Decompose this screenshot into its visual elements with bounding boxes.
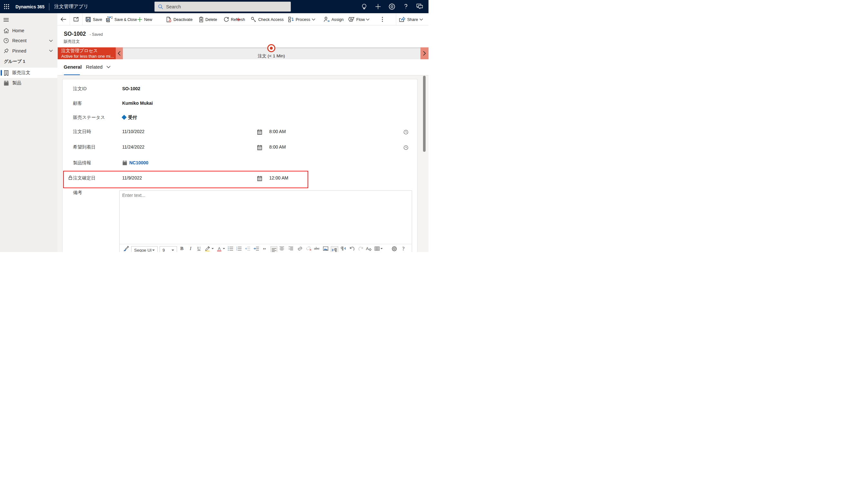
italic-button[interactable]: I — [187, 245, 195, 252]
field-value[interactable]: 11/10/2022 — [122, 129, 145, 134]
clock-icon[interactable] — [404, 130, 408, 134]
bold-button[interactable]: B — [178, 245, 186, 252]
bpf-expand-button[interactable] — [420, 47, 429, 59]
clock-icon[interactable] — [404, 145, 408, 150]
command-label: Save — [93, 17, 102, 22]
sidebar-item-home[interactable]: Home — [0, 25, 57, 36]
help-icon[interactable] — [399, 0, 413, 13]
sidebar-item-product[interactable]: 製品 — [0, 78, 57, 88]
sidebar-item-recent[interactable]: Recent — [0, 36, 57, 46]
editor-help-button[interactable]: ? — [400, 245, 407, 252]
new-button[interactable]: New — [135, 13, 155, 25]
insert-link-button[interactable] — [296, 245, 304, 252]
chevron-left-icon — [118, 51, 121, 56]
sidebar-item-label: 製品 — [12, 80, 21, 86]
waffle-menu-icon[interactable] — [0, 0, 13, 13]
feedback-icon[interactable] — [413, 0, 426, 13]
assign-button[interactable]: Assign — [321, 13, 347, 25]
lightbulb-icon[interactable] — [357, 0, 371, 13]
field-value[interactable]: SO-1002 — [122, 86, 140, 91]
chevron-down-icon[interactable] — [49, 50, 53, 52]
sidebar-nav: Home Recent — [0, 25, 57, 88]
align-left-button[interactable] — [270, 246, 277, 252]
font-name-select[interactable]: Segoe UI — [131, 246, 158, 252]
bpf-collapse-button[interactable] — [116, 47, 123, 59]
unlink-icon — [306, 246, 312, 251]
highlight-color-button[interactable] — [204, 245, 215, 252]
blockquote-button[interactable]: ” — [261, 245, 268, 252]
bullet-list-button[interactable] — [227, 245, 234, 252]
remove-link-button[interactable] — [305, 245, 313, 252]
editor-settings-button[interactable] — [390, 245, 398, 252]
sidebar-item-sales-order[interactable]: 販売注文 — [0, 68, 57, 78]
increase-indent-button[interactable] — [252, 245, 260, 252]
bpf-stage-marker[interactable] — [267, 44, 275, 52]
field-label: 製品情報 — [73, 160, 91, 166]
rtl-paragraph-icon — [341, 246, 346, 251]
align-center-button[interactable] — [278, 245, 286, 252]
field-value[interactable]: Kumiko Mukai — [122, 101, 153, 106]
gear-icon[interactable] — [385, 0, 399, 13]
bpf-stage-header[interactable]: 注文管理プロセス Active for less than one mi... — [58, 47, 116, 59]
font-size-select[interactable]: 9 — [159, 246, 177, 252]
new-plus-icon — [137, 17, 142, 22]
right-to-left-button[interactable] — [339, 245, 347, 252]
numbered-list-button[interactable]: 123 — [235, 245, 243, 252]
insert-table-button[interactable] — [373, 245, 384, 252]
calendar-icon[interactable] — [257, 129, 262, 135]
plus-icon[interactable] — [371, 0, 385, 13]
notes-placeholder: Enter text... — [122, 193, 146, 198]
tab-general[interactable]: General — [64, 64, 82, 70]
svg-text:A: A — [366, 246, 369, 251]
align-center-icon — [280, 246, 284, 251]
share-button[interactable]: Share — [397, 13, 425, 25]
command-label: Process — [296, 17, 310, 22]
delete-button[interactable]: Delete — [196, 13, 220, 25]
field-value[interactable]: 11/9/2022 — [122, 175, 142, 180]
more-commands-button[interactable] — [376, 13, 388, 25]
brand-title[interactable]: Dynamics 365 — [16, 4, 41, 9]
clear-format-button[interactable]: A — [365, 245, 373, 252]
product-link[interactable]: NC10000 — [129, 160, 148, 165]
sidebar-item-pinned[interactable]: Pinned — [0, 46, 57, 56]
format-painter-button[interactable] — [122, 245, 130, 252]
calendar-icon[interactable] — [257, 176, 262, 181]
business-process-flow: 注文管理プロセス Active for less than one mi... … — [57, 47, 428, 59]
underline-button[interactable]: U — [195, 245, 203, 252]
app-name[interactable]: 注文管理アプリ — [54, 3, 88, 10]
chevron-down-icon — [312, 18, 315, 21]
refresh-button[interactable]: Refresh — [221, 13, 249, 25]
back-button[interactable] — [57, 13, 70, 25]
hamburger-menu-icon[interactable] — [1, 15, 12, 25]
indent-icon — [253, 246, 259, 251]
strikethrough-button[interactable]: abc — [313, 245, 321, 252]
field-value[interactable]: 受付 — [122, 115, 137, 121]
flow-button[interactable]: Flow — [346, 13, 372, 25]
redo-button[interactable] — [357, 245, 365, 252]
save-button[interactable]: Save — [83, 13, 105, 25]
insert-image-button[interactable] — [322, 245, 330, 252]
chevron-down-icon[interactable] — [49, 40, 53, 42]
process-button[interactable]: Process — [286, 13, 318, 25]
calendar-icon[interactable] — [257, 145, 262, 150]
field-time-value[interactable]: 12:00 AM — [269, 175, 288, 180]
search-input[interactable]: Search — [154, 2, 291, 12]
vertical-scrollbar[interactable] — [423, 76, 425, 152]
field-value[interactable]: 11/24/2022 — [122, 144, 145, 150]
bold-icon: B — [180, 246, 183, 251]
undo-button[interactable] — [348, 245, 356, 252]
check-access-button[interactable]: Check Access — [248, 13, 288, 25]
left-to-right-button[interactable] — [331, 246, 338, 252]
field-value[interactable]: NC10000 — [122, 160, 148, 165]
blockquote-icon: ” — [263, 249, 266, 252]
align-right-button[interactable] — [287, 245, 295, 252]
field-time-value[interactable]: 8:00 AM — [269, 129, 286, 134]
popout-button[interactable] — [70, 13, 82, 25]
font-color-button[interactable]: A — [215, 245, 226, 252]
field-time-value[interactable]: 8:00 AM — [269, 144, 286, 150]
deactivate-button[interactable]: Deactivate — [164, 13, 197, 25]
decrease-indent-button[interactable] — [243, 245, 251, 252]
chevron-down-icon[interactable] — [106, 66, 111, 68]
tab-related[interactable]: Related — [86, 64, 102, 70]
notes-rich-text-editor[interactable]: Enter text... Segoe UI — [119, 190, 412, 252]
